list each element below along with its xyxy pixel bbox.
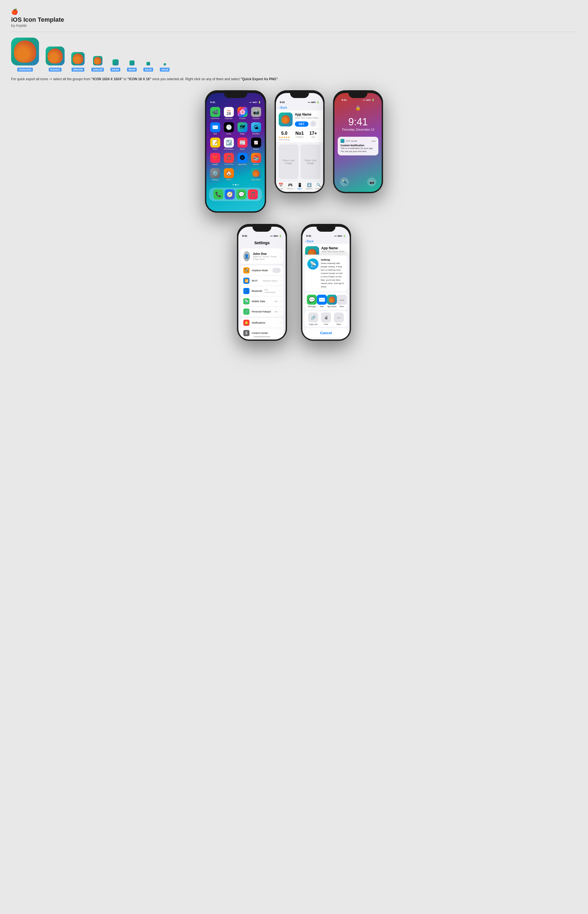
share-apps-row: 💬 Message ✉️ Mail bbox=[305, 293, 347, 310]
settings-status-bar: 9:41 ▪▪▪ WiFi 🔋 bbox=[238, 227, 286, 238]
apple-logo-icon: 🍎 bbox=[11, 8, 577, 15]
age-number: 17+ bbox=[309, 131, 317, 136]
app-info-name: App Name bbox=[295, 113, 320, 116]
profile-row[interactable]: 👤 John Doe Apple ID, iCloud, iTunes & Ap… bbox=[241, 248, 283, 264]
icon-preview-512 bbox=[46, 47, 65, 65]
notif-time: now bbox=[372, 140, 376, 142]
settings-battery: 🔋 bbox=[279, 235, 282, 237]
wifi-label: Wi-Fi bbox=[252, 279, 260, 282]
app-appstore[interactable]: 🅐 App Store bbox=[237, 153, 248, 165]
facetime-icon: 📹 bbox=[210, 107, 220, 117]
airplane-toggle[interactable] bbox=[272, 268, 281, 273]
settings-mobiledata[interactable]: 📡 Mobile Data Off › bbox=[241, 296, 283, 307]
app-stocks[interactable]: 📈 Stocks bbox=[250, 138, 262, 150]
copylink-icon: 🔗 bbox=[308, 312, 318, 322]
author-label: by Asylab bbox=[11, 23, 577, 28]
app-settings[interactable]: ⚙️ Settings bbox=[210, 168, 221, 181]
phone-homescreen: 9:41 ▪▪▪ WiFi 🔋 📹 FaceTime TH bbox=[205, 90, 266, 213]
cancel-button[interactable]: Cancel bbox=[305, 328, 347, 338]
share-app-message[interactable]: 💬 Message bbox=[307, 294, 317, 307]
health-icon: ❤️ bbox=[210, 153, 220, 163]
app-calendar[interactable]: THU 28 Calendar bbox=[223, 107, 234, 120]
icon-size-64: 64x64 bbox=[110, 59, 120, 71]
icon-size-16: 16x16 bbox=[160, 63, 170, 71]
share-app-mail[interactable]: ✉️ Mail bbox=[317, 294, 327, 307]
profile-sub: Apple ID, iCloud, iTunes & App Store bbox=[253, 256, 277, 260]
app-home[interactable]: 🏠 Home bbox=[223, 168, 234, 181]
settings-screen: 9:41 ▪▪▪ WiFi 🔋 Settings 👤 J bbox=[238, 227, 286, 340]
app-info: App Name Your Text Goes Here. GET ··· bbox=[295, 113, 320, 127]
app-maps[interactable]: 🗺 Maps bbox=[237, 122, 248, 135]
app-reminders[interactable]: ☑️ Reminders bbox=[223, 138, 234, 150]
updates-icon: ⬇️ bbox=[307, 183, 312, 187]
share-signal: ▪▪▪ bbox=[334, 235, 337, 237]
updates-label: Updates bbox=[305, 188, 313, 190]
app-health[interactable]: ❤️ Health bbox=[210, 153, 221, 165]
action-print[interactable]: 🖨 Print bbox=[321, 312, 331, 325]
profile-chevron-icon: › bbox=[280, 255, 281, 258]
app-mail[interactable]: ✉️ Mail bbox=[210, 122, 221, 135]
share-appstore-nav[interactable]: ‹ Back bbox=[302, 238, 350, 244]
dock-music[interactable]: 🎵 bbox=[248, 189, 258, 199]
app-itunesstore[interactable]: 🎵 iTunes Store bbox=[223, 153, 234, 165]
age-label: Age bbox=[309, 136, 317, 138]
settings-hotspot[interactable]: 🔗 Personal Hotspot Off › bbox=[241, 307, 283, 317]
settings-airplane[interactable]: ✈️ Airplane Mode bbox=[241, 265, 283, 276]
app-clock[interactable]: 🕐 Clock bbox=[223, 122, 234, 135]
tab-apps[interactable]: 📱 Apps bbox=[295, 183, 304, 190]
appstore-nav[interactable]: ‹ Back bbox=[276, 105, 323, 110]
rating-number: 5.0 bbox=[279, 131, 290, 136]
size-label-128: 128x128 bbox=[91, 68, 104, 71]
lock-date: Thursday, December 12 bbox=[338, 128, 378, 131]
lock-time-display: 9:41 bbox=[338, 116, 378, 128]
copylink-label: Copy Link bbox=[309, 324, 317, 325]
home-indicator bbox=[254, 336, 270, 337]
more-button[interactable]: ··· bbox=[310, 121, 316, 127]
lock-screen-content: 9:41 ▪▪▪ WiFi 🔋 🔒 9:41 Thursday, Decembe… bbox=[334, 93, 382, 192]
share-mail-icon: ✉️ bbox=[317, 294, 327, 305]
iphone-frame-1: 9:41 ▪▪▪ WiFi 🔋 📹 FaceTime TH bbox=[205, 90, 266, 213]
notifications-label: Notifications bbox=[252, 321, 278, 324]
icon-size-48: 48x48 bbox=[127, 60, 137, 71]
action-more[interactable]: ··· More bbox=[334, 312, 344, 325]
tab-search[interactable]: 🔍 Search bbox=[314, 183, 323, 190]
share-app-more[interactable]: ··· More bbox=[337, 294, 347, 307]
photos-label: Photos bbox=[239, 118, 246, 120]
settings-donotdisturb[interactable]: 🌙 Do not disturb › bbox=[241, 338, 283, 340]
tab-updates[interactable]: ⬇️ Updates bbox=[304, 183, 314, 190]
settings-icon: ⚙️ bbox=[210, 168, 220, 178]
page-dot-2 bbox=[235, 184, 236, 186]
app-weather[interactable]: 🌤 Weather bbox=[250, 122, 262, 135]
dock-messages[interactable]: 💬 bbox=[236, 189, 246, 199]
weather-label: Weather bbox=[252, 133, 260, 135]
settings-bluetooth[interactable]: 🔵 Bluetooth Not Connected › bbox=[241, 286, 283, 296]
appstore-header: App Name Your Text Goes Here. GET ··· bbox=[276, 110, 323, 129]
icon-size-32: 32x32 bbox=[144, 62, 153, 71]
app-news[interactable]: 📰 News bbox=[237, 138, 248, 150]
app-books[interactable]: 📚 Books bbox=[250, 153, 262, 165]
wifi-value: Network Name bbox=[263, 280, 278, 282]
app-facetime[interactable]: 📹 FaceTime bbox=[210, 107, 221, 120]
tab-games[interactable]: 🎮 Games bbox=[285, 183, 295, 190]
safari-icon: 🧭 bbox=[225, 189, 235, 199]
icon-size-512: 512x512 bbox=[46, 47, 65, 71]
lock-wifi-icon: WiFi bbox=[366, 99, 371, 101]
settings-wifi[interactable]: 📶 Wi-Fi Network Name › bbox=[241, 276, 283, 286]
page-dot-1 bbox=[233, 184, 234, 186]
settings-content: 9:41 ▪▪▪ WiFi 🔋 Settings 👤 J bbox=[238, 227, 286, 340]
rating-age: 17+ Age bbox=[309, 131, 317, 141]
tab-today[interactable]: 📅 Today bbox=[276, 183, 285, 190]
dock-safari[interactable]: 🧭 bbox=[225, 189, 235, 199]
action-copylink[interactable]: 🔗 Copy Link bbox=[308, 312, 318, 325]
get-button[interactable]: GET bbox=[295, 121, 309, 127]
app-appname[interactable]: App Name bbox=[250, 168, 262, 181]
app-camera[interactable]: 📷 Camera bbox=[250, 107, 262, 120]
app-photos[interactable]: 🌸 Photos bbox=[237, 107, 248, 120]
app-notes[interactable]: 📝 Notes bbox=[210, 138, 221, 150]
dock-phone[interactable]: 📞 bbox=[213, 189, 223, 199]
lock-status-icons: ▪▪▪ WiFi 🔋 bbox=[363, 99, 375, 101]
controlcenter-chevron-icon: › bbox=[280, 332, 281, 335]
settings-notifications[interactable]: 🔔 Notifications › bbox=[241, 318, 283, 328]
app-grid: 📹 FaceTime THU 28 Calendar 🌸 Photos bbox=[206, 105, 265, 183]
share-app-appname[interactable]: App Name bbox=[327, 294, 337, 307]
